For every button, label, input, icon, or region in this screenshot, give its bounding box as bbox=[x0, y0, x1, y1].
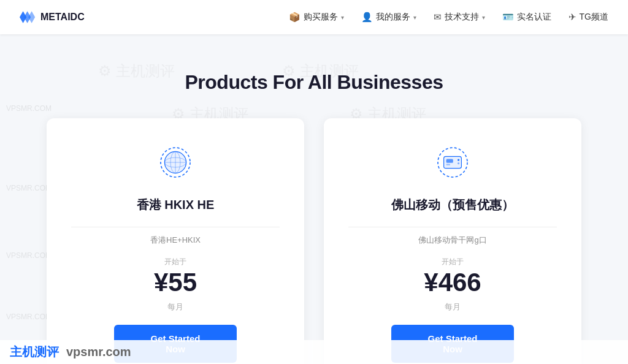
price-period-hk: 每月 bbox=[167, 301, 183, 313]
card-subtitle-hk: 香港HE+HKIX bbox=[150, 235, 201, 246]
divider-hk bbox=[71, 227, 280, 227]
globe-icon bbox=[156, 143, 195, 182]
svg-point-14 bbox=[458, 162, 459, 164]
chevron-down-icon-3: ▾ bbox=[482, 14, 485, 21]
product-card-hk-hkix: 香港 HKIX HE 香港HE+HKIX 开始于 ¥55 每月 Get Star… bbox=[47, 118, 304, 364]
nav-item-tg[interactable]: ✈ TG频道 bbox=[569, 12, 608, 23]
id-icon: 🪪 bbox=[502, 12, 514, 23]
chevron-down-icon: ▾ bbox=[341, 14, 344, 21]
logo-icon bbox=[20, 11, 37, 23]
bottom-watermark-bar: 主机测评 vpsmr.com bbox=[0, 340, 628, 364]
mail-icon: ✉ bbox=[434, 12, 442, 23]
server-icon bbox=[433, 143, 472, 182]
price-period-foshan: 每月 bbox=[445, 301, 461, 313]
product-card-foshan: 佛山移动（预售优惠） 佛山移动骨干网g口 开始于 ¥466 每月 Get Sta… bbox=[324, 118, 581, 364]
card-title-hk: 香港 HKIX HE bbox=[137, 197, 215, 213]
logo[interactable]: METAIDC bbox=[20, 11, 85, 23]
bottom-wm-chinese: 主机测评 bbox=[10, 344, 59, 360]
price-value-hk: ¥55 bbox=[154, 268, 197, 297]
nav-item-realname-label: 实名认证 bbox=[517, 12, 551, 23]
nav-item-my-service-label: 我的服务 bbox=[376, 12, 410, 23]
price-section-foshan: 开始于 ¥466 bbox=[424, 257, 481, 297]
svg-rect-12 bbox=[446, 164, 450, 165]
card-subtitle-foshan: 佛山移动骨干网g口 bbox=[418, 235, 486, 246]
nav-item-buy[interactable]: 📦 购买服务 ▾ bbox=[289, 12, 344, 23]
user-icon: 👤 bbox=[361, 12, 373, 23]
bottom-wm-english: vpsmr.com bbox=[66, 345, 131, 359]
card-title-foshan: 佛山移动（预售优惠） bbox=[391, 197, 514, 213]
card-icon-server bbox=[431, 140, 475, 184]
svg-rect-11 bbox=[446, 159, 453, 162]
nav-item-tg-label: TG频道 bbox=[580, 12, 608, 23]
svg-marker-2 bbox=[28, 11, 35, 23]
price-value-foshan: ¥466 bbox=[424, 268, 481, 297]
cards-row: 香港 HKIX HE 香港HE+HKIX 开始于 ¥55 每月 Get Star… bbox=[25, 118, 603, 364]
price-label-hk: 开始于 bbox=[154, 257, 197, 267]
nav-item-realname[interactable]: 🪪 实名认证 bbox=[502, 12, 551, 23]
nav-item-buy-label: 购买服务 bbox=[304, 12, 338, 23]
navbar: METAIDC 📦 购买服务 ▾ 👤 我的服务 ▾ ✉ 技术支持 ▾ 🪪 实名认… bbox=[0, 0, 628, 34]
price-label-foshan: 开始于 bbox=[424, 257, 481, 267]
nav-item-my-service[interactable]: 👤 我的服务 ▾ bbox=[361, 12, 416, 23]
svg-point-13 bbox=[458, 159, 459, 161]
logo-text: METAIDC bbox=[40, 12, 85, 23]
main-content: Products For All Businesses 香港 HKIX HE bbox=[0, 34, 628, 364]
price-section-hk: 开始于 ¥55 bbox=[154, 257, 197, 297]
card-icon-globe bbox=[153, 140, 197, 184]
nav-item-support-label: 技术支持 bbox=[445, 12, 479, 23]
nav-links: 📦 购买服务 ▾ 👤 我的服务 ▾ ✉ 技术支持 ▾ 🪪 实名认证 ✈ TG频道 bbox=[289, 12, 608, 23]
section-title: Products For All Businesses bbox=[25, 71, 603, 94]
divider-foshan bbox=[348, 227, 557, 227]
nav-item-support[interactable]: ✉ 技术支持 ▾ bbox=[434, 12, 485, 23]
box-icon: 📦 bbox=[289, 12, 301, 23]
chevron-down-icon-2: ▾ bbox=[413, 14, 416, 21]
telegram-icon: ✈ bbox=[569, 12, 576, 23]
